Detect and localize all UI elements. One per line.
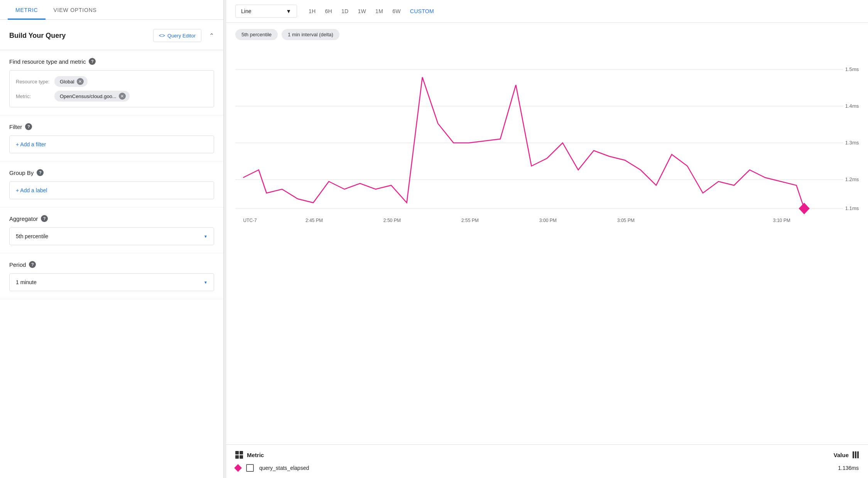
svg-text:UTC-7: UTC-7 [243, 218, 257, 223]
resource-type-close-icon[interactable]: ✕ [77, 78, 84, 85]
time-btn-1m[interactable]: 1M [372, 6, 387, 17]
time-btn-1w[interactable]: 1W [354, 6, 370, 17]
period-title: Period ? [9, 261, 214, 268]
period-help-icon[interactable]: ? [29, 261, 36, 268]
build-query-title: Build Your Query [9, 32, 66, 40]
left-panel: METRIC VIEW OPTIONS Build Your Query <> … [0, 0, 224, 478]
legend-metric-column-label: Metric [235, 451, 264, 459]
resource-type-row: Resource type: Global ✕ [16, 76, 208, 87]
chart-type-label: Line [241, 8, 251, 14]
metric-close-icon[interactable]: ✕ [119, 93, 126, 100]
legend-value-column-label: Value [834, 451, 859, 458]
svg-marker-10 [799, 203, 809, 214]
period-section: Period ? 1 minute ▼ [0, 253, 223, 299]
resource-type-value: Global [60, 79, 74, 85]
legend-row: query_stats_elapsed 1.136ms [235, 464, 859, 472]
legend-checkbox[interactable] [246, 464, 254, 472]
period-dropdown-arrow: ▼ [204, 280, 208, 285]
metric-label: Metric: [16, 93, 51, 99]
legend-area: Metric Value query_stats_elapsed 1 [226, 444, 868, 478]
grid-icon [235, 451, 243, 459]
svg-text:3:10 PM: 3:10 PM [773, 218, 790, 223]
svg-text:2:45 PM: 2:45 PM [306, 218, 323, 223]
group-by-title: Group By ? [9, 169, 214, 176]
period-dropdown[interactable]: 1 minute ▼ [9, 273, 214, 291]
legend-line-marker [235, 465, 241, 471]
chart-wrapper: 1.5ms 1.4ms 1.3ms 1.2ms 1.1ms UTC-7 2:45… [235, 46, 859, 232]
build-query-header: Build Your Query <> Query Editor ⌃ [0, 20, 223, 50]
chart-type-select[interactable]: Line ▼ [235, 5, 297, 18]
svg-text:1.1ms: 1.1ms [845, 205, 859, 211]
tabs-container: METRIC VIEW OPTIONS [0, 0, 223, 20]
find-resource-title: Find resource type and metric ? [9, 58, 214, 65]
query-editor-button[interactable]: <> Query Editor [153, 29, 201, 42]
aggregator-label: Aggregator [9, 215, 38, 222]
resource-box: Resource type: Global ✕ Metric: OpenCens… [9, 70, 214, 107]
filter-section: Filter ? + Add a filter [0, 115, 223, 161]
right-panel: Line ▼ 1H 6H 1D 1W 1M 6W CUSTOM 5th perc… [226, 0, 868, 478]
add-label-box[interactable]: + Add a label [9, 181, 214, 199]
time-btn-1h[interactable]: 1H [305, 6, 320, 17]
aggregator-section: Aggregator ? 5th percentile ▼ [0, 207, 223, 253]
svg-text:1.3ms: 1.3ms [845, 140, 859, 146]
group-by-help-icon[interactable]: ? [37, 169, 44, 176]
chart-svg: 1.5ms 1.4ms 1.3ms 1.2ms 1.1ms UTC-7 2:45… [235, 46, 859, 232]
aggregator-value: 5th percentile [16, 233, 48, 239]
chart-area: 5th percentile 1 min interval (delta) 1.… [226, 23, 868, 444]
time-buttons-container: 1H 6H 1D 1W 1M 6W CUSTOM [305, 6, 438, 17]
columns-icon [853, 451, 859, 458]
filter-help-icon[interactable]: ? [25, 123, 32, 130]
period-value: 1 minute [16, 279, 37, 285]
aggregator-title: Aggregator ? [9, 215, 214, 222]
chart-toolbar: Line ▼ 1H 6H 1D 1W 1M 6W CUSTOM [226, 0, 868, 23]
code-icon: <> [159, 32, 165, 39]
add-filter-box[interactable]: + Add a filter [9, 136, 214, 153]
svg-text:2:50 PM: 2:50 PM [383, 218, 401, 223]
metric-chip[interactable]: OpenCensus/cloud.goo... ✕ [54, 91, 130, 102]
metric-column-text: Metric [247, 452, 264, 458]
legend-metric-name: query_stats_elapsed [259, 465, 833, 471]
svg-text:1.2ms: 1.2ms [845, 176, 859, 182]
time-btn-custom[interactable]: CUSTOM [406, 6, 438, 17]
resource-type-chip[interactable]: Global ✕ [54, 76, 88, 87]
filter-label: Filter [9, 124, 22, 130]
chart-type-arrow: ▼ [286, 8, 291, 14]
legend-metric-value: 1.136ms [838, 465, 859, 471]
time-btn-1d[interactable]: 1D [338, 6, 353, 17]
aggregator-dropdown[interactable]: 5th percentile ▼ [9, 227, 214, 245]
svg-text:3:00 PM: 3:00 PM [539, 218, 557, 223]
chart-pills: 5th percentile 1 min interval (delta) [235, 29, 859, 40]
svg-text:3:05 PM: 3:05 PM [617, 218, 635, 223]
find-resource-section: Find resource type and metric ? Resource… [0, 50, 223, 115]
svg-text:1.5ms: 1.5ms [845, 66, 859, 72]
aggregator-dropdown-arrow: ▼ [204, 234, 208, 239]
svg-text:2:55 PM: 2:55 PM [461, 218, 479, 223]
value-column-text: Value [834, 452, 849, 458]
aggregator-help-icon[interactable]: ? [41, 215, 48, 222]
tab-metric[interactable]: METRIC [8, 0, 46, 19]
filter-title: Filter ? [9, 123, 214, 130]
metric-value: OpenCensus/cloud.goo... [60, 93, 117, 99]
tab-view-options[interactable]: VIEW OPTIONS [46, 0, 104, 19]
legend-diamond [234, 464, 242, 472]
time-btn-6w[interactable]: 6W [388, 6, 405, 17]
time-btn-6h[interactable]: 6H [321, 6, 336, 17]
collapse-icon[interactable]: ⌃ [209, 32, 214, 39]
metric-row: Metric: OpenCensus/cloud.goo... ✕ [16, 91, 208, 102]
group-by-label: Group By [9, 170, 34, 176]
group-by-section: Group By ? + Add a label [0, 161, 223, 207]
resource-type-label: Resource type: [16, 79, 51, 85]
find-resource-label: Find resource type and metric [9, 58, 86, 65]
find-resource-help-icon[interactable]: ? [89, 58, 96, 65]
period-label: Period [9, 261, 26, 268]
legend-header: Metric Value [235, 451, 859, 459]
query-editor-label: Query Editor [167, 33, 196, 39]
svg-text:1.4ms: 1.4ms [845, 103, 859, 109]
percentile-pill[interactable]: 5th percentile [235, 29, 278, 40]
interval-pill[interactable]: 1 min interval (delta) [282, 29, 339, 40]
